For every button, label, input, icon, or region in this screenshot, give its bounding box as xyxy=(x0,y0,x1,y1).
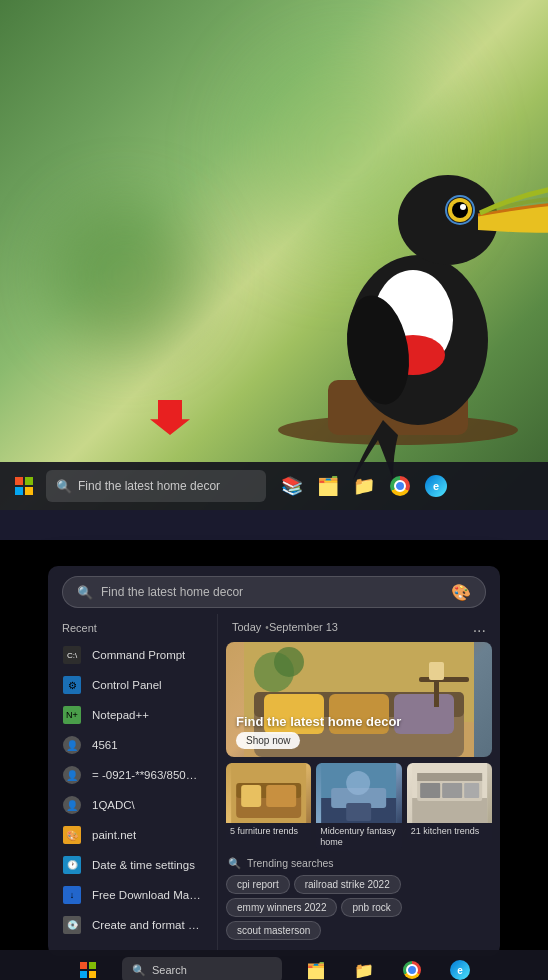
svg-rect-32 xyxy=(346,803,371,821)
explorer-icon: 🗂️ xyxy=(317,475,339,497)
kitchen-card-label: 21 kitchen trends xyxy=(407,823,492,840)
chrome-taskbar-icon[interactable] xyxy=(384,470,416,502)
fdm-label: Free Download Manager xyxy=(92,889,203,901)
bottom-chrome-img xyxy=(403,961,421,979)
furniture-card-label: 5 furniture trends xyxy=(226,823,311,840)
svg-rect-38 xyxy=(442,783,462,798)
start-menu: 🔍 Find the latest home decor 🎨 Recent C:… xyxy=(48,566,500,956)
user1-icon: 👤 xyxy=(62,735,82,755)
bottom-search-bar[interactable]: 🔍 Search xyxy=(122,957,282,980)
cmd-icon: C:\ xyxy=(62,645,82,665)
bottom-search-icon: 🔍 xyxy=(132,964,146,977)
midcentury-card-label: Midcentury fantasy home xyxy=(316,823,401,851)
recent-item-command-prompt[interactable]: C:\ Command Prompt xyxy=(48,640,217,670)
more-options-button[interactable]: ... xyxy=(473,618,486,636)
datetime-icon: 🕐 xyxy=(62,855,82,875)
windows-logo-icon xyxy=(15,477,33,495)
bottom-taskbar: 🔍 Search 🗂️ 📁 e xyxy=(0,950,548,980)
paint-icon: 🎨 xyxy=(62,825,82,845)
today-date: September 13 xyxy=(269,621,338,633)
desktop-wallpaper xyxy=(0,0,548,510)
trending-icon: 🔍 xyxy=(228,857,241,870)
svg-rect-17 xyxy=(394,694,454,734)
search-icon: 🔍 xyxy=(56,479,72,494)
chip-scout[interactable]: scout masterson xyxy=(226,921,321,940)
recent-item-disk-mgmt[interactable]: 💽 Create and format hard disk par... xyxy=(48,910,217,940)
recent-item-control-panel[interactable]: ⚙ Control Panel xyxy=(48,670,217,700)
trending-chips: cpi report railroad strike 2022 emmy win… xyxy=(226,875,492,940)
toucan-image xyxy=(198,0,548,480)
bottom-windows-logo xyxy=(80,962,96,978)
disk-label: Create and format hard disk par... xyxy=(92,919,203,931)
recent-section-title: Recent xyxy=(48,618,217,640)
books-app-icon[interactable]: 📚 xyxy=(276,470,308,502)
recent-item-fdm[interactable]: ↓ Free Download Manager xyxy=(48,880,217,910)
chip-emmy[interactable]: emmy winners 2022 xyxy=(226,898,337,917)
svg-rect-19 xyxy=(434,682,439,707)
edge-taskbar-icon[interactable]: e xyxy=(420,470,452,502)
today-header: Today • September 13 ... xyxy=(226,614,492,642)
featured-card[interactable]: Find the latest home decor Shop now xyxy=(226,642,492,757)
npp-label: Notepad++ xyxy=(92,709,149,721)
files-icon[interactable]: 📁 xyxy=(348,470,380,502)
start-menu-content: Recent C:\ Command Prompt ⚙ Control Pane… xyxy=(48,614,500,956)
disk-icon: 💽 xyxy=(62,915,82,935)
bottom-chrome-icon[interactable] xyxy=(398,956,426,980)
svg-point-8 xyxy=(460,204,466,210)
paintnet-label: paint.net xyxy=(92,829,136,841)
shop-now-button[interactable]: Shop now xyxy=(236,732,300,749)
bottom-edge-img: e xyxy=(450,960,470,980)
card-kitchen[interactable]: 21 kitchen trends xyxy=(407,763,492,851)
recent-item-1qadc[interactable]: 👤 1QADC\ xyxy=(48,790,217,820)
bottom-start-button[interactable] xyxy=(74,956,102,980)
gap-area xyxy=(0,510,548,540)
chip-railroad[interactable]: railroad strike 2022 xyxy=(294,875,401,894)
start-menu-left-panel: Recent C:\ Command Prompt ⚙ Control Pane… xyxy=(48,614,218,956)
start-search-right-icon: 🎨 xyxy=(451,583,471,602)
cp-icon: ⚙ xyxy=(62,675,82,695)
bottom-files-icon[interactable]: 📁 xyxy=(350,956,378,980)
user2-icon: 👤 xyxy=(62,765,82,785)
card-furniture[interactable]: 5 furniture trends xyxy=(226,763,311,851)
edge-icon: e xyxy=(425,475,447,497)
start-button[interactable] xyxy=(8,470,40,502)
start-search-icon: 🔍 xyxy=(77,585,93,600)
recent-item-datetime[interactable]: 🕐 Date & time settings xyxy=(48,850,217,880)
bottom-edge-icon[interactable]: e xyxy=(446,956,474,980)
start-menu-right-panel: Today • September 13 ... xyxy=(218,614,500,956)
trending-title: 🔍 Trending searches xyxy=(226,857,492,870)
recent-item-notepadpp[interactable]: N+ Notepad++ xyxy=(48,700,217,730)
1qadc-label: 1QADC\ xyxy=(92,799,135,811)
bottom-explorer-icon[interactable]: 🗂️ xyxy=(302,956,330,980)
folder-icon: 📁 xyxy=(353,475,375,497)
npp-icon: N+ xyxy=(62,705,82,725)
svg-rect-27 xyxy=(266,785,296,807)
chrome-icon xyxy=(390,476,410,496)
chip-pnb-rock[interactable]: pnb rock xyxy=(341,898,401,917)
taskbar-app-icons: 📚 🗂️ 📁 e xyxy=(276,470,452,502)
svg-rect-34 xyxy=(412,798,487,823)
start-menu-search[interactable]: 🔍 Find the latest home decor 🎨 xyxy=(62,576,486,608)
svg-rect-39 xyxy=(464,783,479,798)
today-label: Today xyxy=(232,621,261,633)
recent-item-4561[interactable]: 👤 4561 xyxy=(48,730,217,760)
svg-rect-36 xyxy=(417,773,482,781)
trending-section: 🔍 Trending searches cpi report railroad … xyxy=(226,857,492,940)
svg-point-22 xyxy=(274,647,304,677)
recent-item-phone[interactable]: 👤 = -0921-**963/850258/002580147 xyxy=(48,760,217,790)
kitchen-card-image xyxy=(407,763,492,823)
chip-cpi-report[interactable]: cpi report xyxy=(226,875,290,894)
cards-row: 5 furniture trends Midcentury fantasy ho… xyxy=(226,763,492,851)
recent-item-paintnet[interactable]: 🎨 paint.net xyxy=(48,820,217,850)
file-explorer-icon[interactable]: 🗂️ xyxy=(312,470,344,502)
card-midcentury[interactable]: Midcentury fantasy home xyxy=(316,763,401,851)
item-4561-label: 4561 xyxy=(92,739,118,751)
furniture-card-image xyxy=(226,763,311,823)
start-search-text: Find the latest home decor xyxy=(101,585,243,599)
phone-label: = -0921-**963/850258/002580147 xyxy=(92,769,203,781)
bottom-search-text: Search xyxy=(152,964,187,976)
bottom-files-icon-img: 📁 xyxy=(354,961,374,980)
cmd-label: Command Prompt xyxy=(92,649,185,661)
taskbar-search[interactable]: 🔍 Find the latest home decor xyxy=(46,470,266,502)
taskbar-search-text: Find the latest home decor xyxy=(78,479,220,493)
